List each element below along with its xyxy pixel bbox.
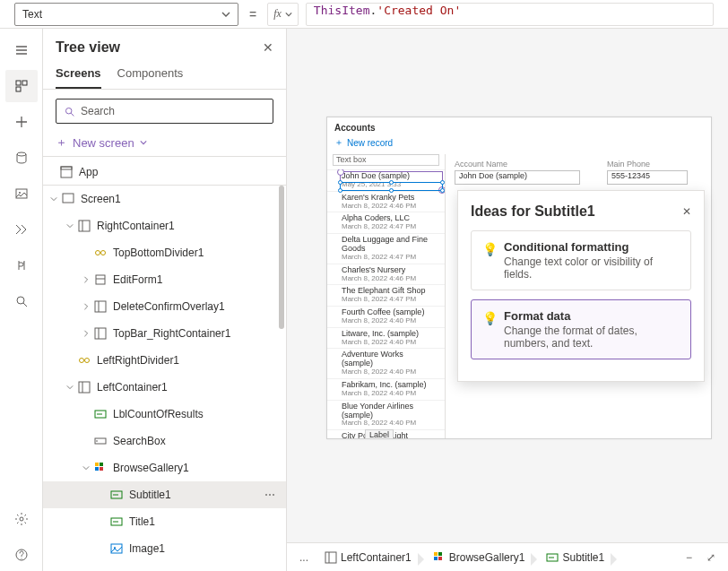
property-value: Text (22, 8, 42, 21)
tree-item[interactable]: Image1 (43, 535, 286, 562)
list-item[interactable]: Delta Luggage and Fine GoodsMarch 8, 202… (327, 233, 445, 264)
list-item[interactable]: Blue Yonder Airlines (sample)March 8, 20… (327, 400, 445, 430)
property-dropdown[interactable]: Text (14, 3, 238, 26)
tree-item[interactable]: LeftContainer1 (43, 374, 286, 401)
equals-sign: = (246, 7, 260, 22)
tree-item[interactable]: Title1 (43, 508, 286, 535)
tree-panel: Tree view ✕ Screens Components Search ＋ … (43, 29, 287, 571)
idea-card[interactable]: 💡Format dataChange the format of dates, … (471, 299, 691, 359)
svg-rect-25 (79, 382, 90, 393)
breadcrumb-item[interactable]: LeftContainer1 (317, 549, 419, 566)
main-phone-input[interactable]: 555-12345 (607, 170, 688, 185)
field-label: Account Name (455, 160, 580, 169)
idea-desc: Change text color or visibility of field… (504, 255, 680, 281)
tree-item[interactable]: RightContainer1 (43, 212, 286, 239)
list-item[interactable]: John Doe (sample)May 25, 2021 3:33 (327, 169, 445, 191)
collapse-icon[interactable]: ⤢ (701, 551, 721, 564)
tree-item[interactable]: SearchBox (43, 428, 286, 454)
preview-textbox[interactable]: Text box (333, 154, 439, 166)
row-title: Adventure Works (sample) (342, 350, 430, 368)
tree-item[interactable]: BrowseGallery1 (43, 454, 286, 481)
idea-card[interactable]: 💡Conditional formattingChange text color… (471, 230, 691, 290)
media-icon[interactable] (5, 177, 38, 210)
lightbulb-icon: 💡 (482, 242, 495, 281)
tree-body: Screen1RightContainer1TopBottomDivider1E… (43, 186, 286, 571)
search-icon[interactable] (5, 285, 38, 317)
formula-input[interactable]: ThisItem.'Created On' (306, 3, 714, 26)
data-icon[interactable] (5, 142, 38, 174)
breadcrumb-label: Subtitle1 (562, 551, 604, 564)
svg-point-15 (96, 251, 100, 255)
svg-rect-21 (95, 328, 106, 339)
chevron-right-icon[interactable] (81, 330, 91, 337)
list-item[interactable]: The Elephant Gift ShopMarch 8, 2022 4:47… (327, 284, 445, 306)
svg-rect-34 (100, 467, 103, 471)
fx-dropdown[interactable]: fx (267, 3, 299, 26)
tree-item-label: RightContainer1 (97, 220, 175, 232)
more-icon[interactable]: ⋯ (264, 489, 277, 501)
list-item[interactable]: Charles's NurseryMarch 8, 2022 4:46 PM (327, 264, 445, 285)
svg-point-24 (85, 359, 90, 363)
breadcrumb-item[interactable]: BrowseGallery1 (426, 549, 533, 566)
tree-item-label: TopBottomDivider1 (113, 247, 204, 259)
list-item[interactable]: Fabrikam, Inc. (sample)March 8, 2022 4:4… (327, 378, 445, 400)
tab-screens[interactable]: Screens (56, 61, 101, 89)
minus-icon[interactable]: − (680, 551, 698, 564)
tab-components[interactable]: Components (117, 61, 184, 89)
tree-item-app[interactable]: App (43, 159, 286, 186)
close-icon[interactable]: ✕ (263, 40, 273, 55)
close-icon[interactable]: ✕ (682, 205, 691, 218)
settings-icon[interactable] (5, 503, 38, 535)
tree-item-label: TopBar_RightContainer1 (113, 327, 230, 340)
tree-view-icon[interactable] (5, 70, 38, 102)
chevron-right-icon[interactable] (81, 303, 91, 310)
tree-item[interactable]: DeleteConfirmOverlay1 (43, 293, 286, 320)
new-record-button[interactable]: ＋New record (327, 134, 711, 154)
tree-item[interactable]: EditForm1 (43, 266, 286, 293)
svg-rect-0 (16, 81, 21, 85)
scrollbar-thumb[interactable] (279, 186, 284, 329)
breadcrumb-more[interactable]: ... (294, 551, 314, 564)
label-icon (93, 407, 108, 421)
power-automate-icon[interactable] (5, 213, 38, 246)
tree-item[interactable]: LeftRightDivider1 (43, 347, 286, 374)
list-item[interactable]: Adventure Works (sample)March 8, 2022 4:… (327, 348, 445, 378)
list-item[interactable]: Alpha Coders, LLCMarch 8, 2022 4:47 PM (327, 212, 445, 233)
svg-rect-13 (79, 221, 90, 231)
left-rail (0, 29, 43, 571)
svg-rect-17 (96, 275, 105, 284)
svg-rect-10 (61, 167, 72, 177)
account-name-input[interactable]: John Doe (sample) (455, 170, 580, 185)
row-subtitle: March 8, 2022 4:40 PM (342, 339, 430, 347)
image-icon (109, 541, 124, 556)
tree-item[interactable]: Subtitle1⋯ (43, 481, 286, 508)
new-screen-button[interactable]: ＋ New screen (43, 129, 286, 157)
list-item[interactable]: Litware, Inc. (sample)March 8, 2022 4:40… (327, 327, 445, 349)
variables-icon[interactable] (5, 249, 38, 281)
svg-point-5 (19, 192, 21, 194)
svg-point-3 (17, 152, 26, 156)
row-subtitle: March 8, 2022 4:40 PM (342, 317, 430, 325)
svg-point-7 (20, 517, 23, 521)
tree-item-label: App (79, 166, 98, 178)
help-icon[interactable] (5, 539, 38, 571)
tree-item[interactable]: TopBar_RightContainer1 (43, 320, 286, 347)
breadcrumb-item[interactable]: Subtitle1 (539, 549, 611, 566)
insert-icon[interactable] (5, 106, 38, 138)
label-icon (109, 515, 124, 529)
tree-item[interactable]: TopBottomDivider1 (43, 239, 286, 266)
chevron-down-icon[interactable] (65, 222, 75, 229)
chevron-down-icon[interactable] (48, 195, 59, 203)
tree-item[interactable]: LblCountOfResults (43, 401, 286, 428)
chevron-down-icon[interactable] (65, 384, 75, 391)
list-item[interactable]: Karen's Kranky PetsMarch 8, 2022 4:46 PM (327, 191, 445, 212)
tree-item[interactable]: Screen1 (43, 186, 286, 212)
preview-left-pane: Text box John Doe (sample)May 25, 2021 3… (327, 154, 446, 438)
row-subtitle: March 8, 2022 4:47 PM (342, 223, 430, 231)
tree-search[interactable]: Search (56, 99, 273, 124)
chevron-down-icon[interactable] (81, 464, 91, 472)
chevron-right-icon[interactable] (81, 276, 91, 283)
row-title: Delta Luggage and Fine Goods (342, 236, 430, 254)
hamburger-icon[interactable] (5, 34, 38, 66)
list-item[interactable]: Fourth Coffee (sample)March 8, 2022 4:40… (327, 306, 445, 327)
